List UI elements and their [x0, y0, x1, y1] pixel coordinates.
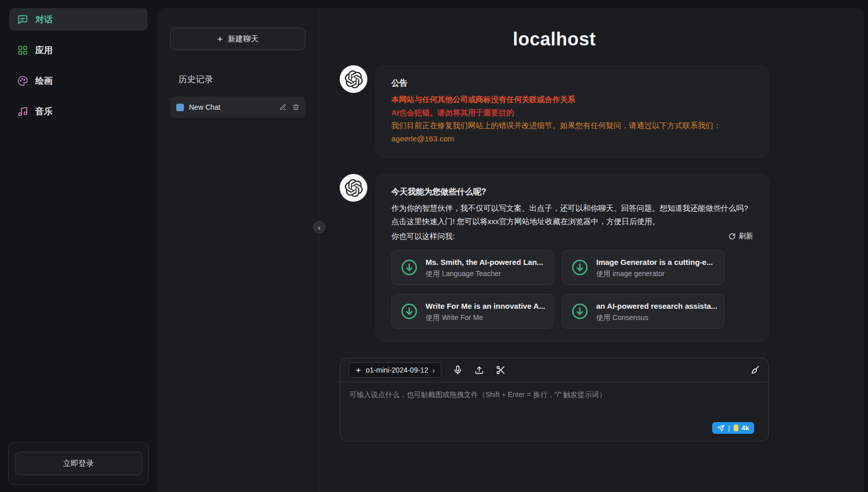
welcome-body: 作为你的智慧伙伴，我不仅可以写文案、出点子，还可以和你聊天、回答问题。想知道我还… — [391, 202, 753, 228]
upload-button[interactable] — [474, 365, 484, 375]
refresh-icon — [729, 233, 736, 240]
history-heading: 历史记录 — [178, 73, 319, 85]
nav-item-label: 对话 — [35, 14, 53, 26]
clear-context-button[interactable] — [750, 365, 760, 375]
page-title: localhost — [340, 29, 769, 50]
suggestion-card[interactable]: Image Generator is a cutting-e... 使用 ima… — [562, 250, 724, 285]
suggestion-title: Ms. Smith, the AI-powered Lan... — [426, 257, 543, 267]
new-chat-button[interactable]: + 新建聊天 — [170, 28, 306, 50]
circle-arrow-down-icon — [400, 302, 418, 321]
suggestion-card[interactable]: Ms. Smith, the AI-powered Lan... 使用 Lang… — [391, 250, 554, 285]
login-panel: 立即登录 — [8, 442, 149, 485]
suggestion-text: Write For Me is an innovative A... 使用 Wr… — [426, 301, 545, 322]
model-label: o1-mini-2024-09-12 — [366, 366, 428, 374]
announcement-contact-email[interactable]: ageerle@163.com — [391, 132, 753, 145]
chat-bubble-icon — [17, 14, 28, 25]
suggestion-subtitle: 使用 Language Teacher — [426, 269, 543, 278]
chevron-right-icon: › — [432, 366, 435, 374]
suggestion-text: an AI-powered research assista... 使用 Con… — [596, 301, 716, 322]
prompt-line: 你也可以这样问我: — [391, 230, 455, 243]
openai-logo-icon — [345, 70, 363, 88]
announcement-line: AI也会犯错。请勿将其用于重要目的 — [391, 106, 753, 119]
scissors-icon — [496, 365, 506, 375]
new-chat-label: 新建聊天 — [228, 34, 259, 44]
chat-item-actions — [279, 104, 299, 111]
refresh-label: 刷新 — [739, 230, 753, 242]
chat-list-panel: + 新建聊天 历史记录 New Chat — [157, 8, 319, 492]
nav-item-chat[interactable]: 对话 — [9, 8, 148, 31]
suggestion-card[interactable]: an AI-powered research assista... 使用 Con… — [562, 294, 724, 329]
login-button[interactable]: 立即登录 — [15, 452, 142, 475]
suggestion-card[interactable]: Write For Me is an innovative A... 使用 Wr… — [391, 294, 554, 329]
welcome-heading: 今天我能为您做些什么呢? — [391, 185, 753, 199]
delete-icon[interactable] — [292, 104, 299, 111]
message-input[interactable] — [340, 382, 768, 420]
paper-plane-icon — [717, 425, 724, 432]
suggestion-text: Ms. Smith, the AI-powered Lan... 使用 Lang… — [426, 257, 543, 278]
broom-icon — [750, 365, 760, 375]
announcement-heading: 公告 — [391, 76, 753, 90]
nav-item-paint[interactable]: 绘画 — [9, 69, 148, 92]
suggestion-title: Write For Me is an innovative A... — [426, 301, 545, 311]
chevron-left-icon: ‹ — [318, 224, 321, 231]
composer-input-wrap — [340, 382, 768, 422]
nav-item-apps[interactable]: 应用 — [9, 39, 148, 61]
model-selector[interactable]: o1-mini-2024-09-12 › — [348, 362, 441, 378]
workspace: + 新建聊天 历史记录 New Chat ‹ localhost — [157, 8, 864, 492]
welcome-bubble: 今天我能为您做些什么呢? 作为你的智慧伙伴，我不仅可以写文案、出点子，还可以和你… — [376, 174, 769, 341]
suggestion-subtitle: 使用 Write For Me — [426, 313, 545, 322]
microphone-button[interactable] — [453, 365, 463, 375]
circle-arrow-down-icon — [571, 258, 589, 277]
circle-arrow-down-icon — [571, 302, 589, 321]
suggestion-text: Image Generator is a cutting-e... 使用 ima… — [596, 257, 713, 278]
suggestion-subtitle: 使用 Consensus — [596, 313, 716, 322]
scissors-button[interactable] — [496, 365, 506, 375]
nav-item-label: 应用 — [35, 44, 53, 56]
composer-toolbar: o1-mini-2024-09-12 › — [340, 358, 768, 382]
refresh-button[interactable]: 刷新 — [729, 230, 753, 242]
collapse-sidebar-button[interactable]: ‹ — [313, 221, 325, 233]
token-count: 4k — [742, 424, 749, 432]
chat-item-title: New Chat — [189, 103, 274, 111]
token-icon — [734, 425, 738, 431]
plus-icon: + — [217, 34, 223, 44]
chat-bullet-icon — [176, 104, 184, 111]
send-button[interactable]: | 4k — [712, 422, 754, 434]
nav-item-label: 音乐 — [35, 106, 53, 117]
suggestion-title: an AI-powered research assista... — [596, 301, 716, 311]
music-note-icon — [17, 106, 28, 117]
apps-grid-icon — [17, 45, 28, 56]
circle-arrow-down-icon — [400, 258, 418, 277]
assistant-avatar — [340, 174, 367, 202]
nav-sidebar: 对话 应用 绘画 音乐 立即登录 — [0, 0, 157, 492]
assistant-avatar — [340, 65, 367, 93]
microphone-icon — [453, 365, 463, 375]
main-panel: localhost 公告 本网站与任何其他公司或商标没有任何关联或合作关系 AI… — [319, 8, 864, 492]
composer: o1-mini-2024-09-12 › — [340, 358, 769, 441]
announcement-line: 我们目前正在修复我们网站上的错误并改进细节。如果您有任何疑问，请通过以下方式联系… — [391, 119, 753, 132]
message-row: 公告 本网站与任何其他公司或商标没有任何关联或合作关系 AI也会犯错。请勿将其用… — [340, 65, 769, 158]
message-row: 今天我能为您做些什么呢? 作为你的智慧伙伴，我不仅可以写文案、出点子，还可以和你… — [340, 174, 769, 341]
announcement-bubble: 公告 本网站与任何其他公司或商标没有任何关联或合作关系 AI也会犯错。请勿将其用… — [376, 65, 769, 158]
sparkle-icon — [355, 367, 362, 374]
prompt-row: 你也可以这样问我: 刷新 — [391, 230, 753, 243]
palette-icon — [17, 76, 28, 86]
upload-icon — [474, 365, 484, 375]
suggestion-grid: Ms. Smith, the AI-powered Lan... 使用 Lang… — [391, 250, 753, 329]
suggestion-subtitle: 使用 image generator — [596, 269, 713, 278]
edit-icon[interactable] — [279, 104, 287, 111]
badge-divider: | — [728, 424, 730, 432]
openai-logo-icon — [345, 179, 363, 197]
nav-item-music[interactable]: 音乐 — [9, 100, 148, 122]
message-list: 公告 本网站与任何其他公司或商标没有任何关联或合作关系 AI也会犯错。请勿将其用… — [340, 65, 769, 341]
chat-list-item[interactable]: New Chat — [170, 96, 306, 118]
suggestion-title: Image Generator is a cutting-e... — [596, 257, 713, 267]
nav-item-label: 绘画 — [35, 75, 53, 87]
composer-footer: | 4k — [340, 422, 768, 441]
announcement-line: 本网站与任何其他公司或商标没有任何关联或合作关系 — [391, 93, 753, 106]
